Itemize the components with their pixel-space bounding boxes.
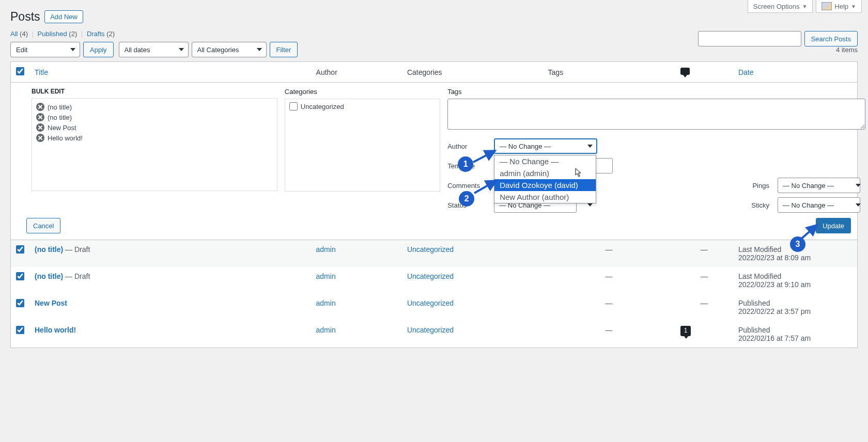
bulk-items-list[interactable]: (no title) (no title) New Post Hello wor… — [32, 98, 277, 191]
author-option[interactable]: David Ozokoye (david) — [494, 179, 596, 191]
post-title-link[interactable]: Hello world! — [35, 326, 76, 334]
post-comments: — — [701, 245, 708, 254]
col-date[interactable]: Date — [738, 68, 754, 76]
post-category-link[interactable]: Uncategorized — [407, 272, 454, 280]
date-label: Published — [738, 299, 770, 307]
date-label: Last Modified — [738, 245, 781, 254]
tags-input[interactable] — [447, 99, 865, 130]
svg-line-0 — [473, 151, 495, 162]
col-tags: Tags — [548, 68, 563, 76]
author-option[interactable]: New Author (author) — [494, 191, 596, 203]
arrow-icon — [472, 149, 498, 164]
chevron-down-icon: ▼ — [802, 4, 807, 9]
sticky-label: Sticky — [741, 201, 772, 209]
update-button[interactable]: Update — [816, 218, 851, 233]
post-author-link[interactable]: admin — [316, 272, 336, 280]
bulk-item: New Post — [36, 122, 273, 133]
post-author-link[interactable]: admin — [316, 299, 336, 307]
bulk-action-select[interactable]: Edit — [10, 42, 80, 57]
post-author-link[interactable]: admin — [316, 245, 336, 254]
remove-icon[interactable] — [36, 123, 44, 132]
filter-published-count: (2) — [69, 30, 77, 38]
filter-published[interactable]: Published — [38, 30, 67, 38]
remove-icon[interactable] — [36, 134, 44, 142]
categories-label: Categories — [285, 88, 440, 96]
filter-button[interactable]: Filter — [270, 42, 298, 57]
sticky-select[interactable]: — No Change — — [778, 197, 860, 213]
date-label: Published — [738, 326, 770, 334]
post-tags: — — [606, 326, 613, 334]
chevron-down-icon: ▼ — [851, 4, 856, 9]
remove-icon[interactable] — [36, 103, 44, 111]
post-tags: — — [606, 245, 613, 254]
author-option[interactable]: — No Change — — [494, 155, 596, 167]
posts-table: Title Author Categories Tags Date BULK E… — [10, 61, 858, 348]
filter-all-count: (4) — [20, 30, 28, 38]
post-category-link[interactable]: Uncategorized — [407, 299, 454, 307]
table-row: Hello world! admin Uncategorized — 1 Pub… — [11, 321, 858, 348]
author-select[interactable]: — No Change — — [494, 138, 597, 154]
post-comments: — — [701, 272, 708, 280]
pings-select[interactable]: — No Change — — [778, 178, 860, 193]
cursor-icon — [575, 168, 582, 179]
date-filter-select[interactable]: All dates — [119, 42, 189, 57]
author-dropdown: — No Change — admin (admin) David Ozokoy… — [494, 155, 596, 203]
post-title-link[interactable]: New Post — [35, 299, 67, 307]
filter-drafts-count: (2) — [106, 30, 115, 38]
arrow-icon — [473, 179, 499, 194]
search-box: Search Posts — [698, 31, 858, 46]
search-posts-button[interactable]: Search Posts — [804, 31, 858, 46]
date-value: 2022/02/23 at 8:09 am — [738, 254, 811, 262]
date-value: 2022/02/23 at 9:10 am — [738, 280, 811, 289]
items-count: 4 items — [836, 46, 858, 54]
table-row: (no title) — Draft admin Uncategorized —… — [11, 267, 858, 294]
bulk-item: Hello world! — [36, 133, 273, 143]
post-category-link[interactable]: Uncategorized — [407, 245, 454, 254]
cancel-button[interactable]: Cancel — [26, 218, 60, 233]
post-comments: — — [701, 299, 708, 307]
help-tab[interactable]: Help ▼ — [816, 0, 862, 13]
comment-count-badge[interactable]: 1 — [680, 326, 691, 336]
filter-drafts[interactable]: Drafts — [87, 30, 105, 38]
bulk-item: (no title) — [36, 102, 273, 112]
bulk-item: (no title) — [36, 112, 273, 122]
apply-button[interactable]: Apply — [83, 42, 114, 57]
row-checkbox[interactable] — [16, 299, 24, 307]
annotation-1: 1 — [458, 156, 473, 172]
post-status: — Draft — [63, 245, 90, 254]
post-category-link[interactable]: Uncategorized — [407, 326, 454, 334]
table-row: New Post admin Uncategorized — — Publish… — [11, 294, 858, 321]
bulk-categories-list[interactable]: Uncategorized — [285, 99, 440, 192]
col-categories: Categories — [407, 68, 442, 76]
row-checkbox[interactable] — [16, 326, 24, 334]
tags-label: Tags — [447, 88, 865, 96]
pings-label: Pings — [741, 182, 772, 190]
category-filter-select[interactable]: All Categories — [192, 42, 267, 57]
post-title-link[interactable]: (no title) — [35, 272, 63, 280]
remove-icon[interactable] — [36, 113, 44, 121]
help-label: Help — [834, 3, 848, 10]
page-title: Posts — [10, 5, 40, 26]
date-label: Last Modified — [738, 272, 781, 280]
annotation-2: 2 — [459, 191, 474, 207]
row-checkbox[interactable] — [16, 272, 24, 280]
select-all-checkbox[interactable] — [16, 67, 24, 75]
svg-line-1 — [474, 181, 496, 193]
date-value: 2022/02/16 at 7:57 am — [738, 334, 811, 342]
bulk-edit-panel: BULK EDIT (no title) (no title) New Post… — [11, 83, 858, 240]
post-tags: — — [606, 272, 613, 280]
date-value: 2022/02/22 at 3:57 pm — [738, 307, 811, 315]
col-title[interactable]: Title — [35, 68, 48, 76]
post-author-link[interactable]: admin — [316, 326, 336, 334]
top-tabs: Screen Options ▼ Help ▼ — [748, 0, 862, 13]
row-checkbox[interactable] — [16, 245, 24, 254]
add-new-button[interactable]: Add New — [44, 10, 83, 23]
screen-options-tab[interactable]: Screen Options ▼ — [748, 0, 813, 13]
search-input[interactable] — [698, 31, 801, 46]
category-option[interactable]: Uncategorized — [289, 102, 436, 110]
filter-all[interactable]: All — [10, 30, 18, 38]
screen-options-label: Screen Options — [753, 3, 800, 10]
col-author: Author — [316, 68, 337, 76]
post-title-link[interactable]: (no title) — [35, 245, 63, 254]
category-checkbox[interactable] — [289, 102, 298, 110]
